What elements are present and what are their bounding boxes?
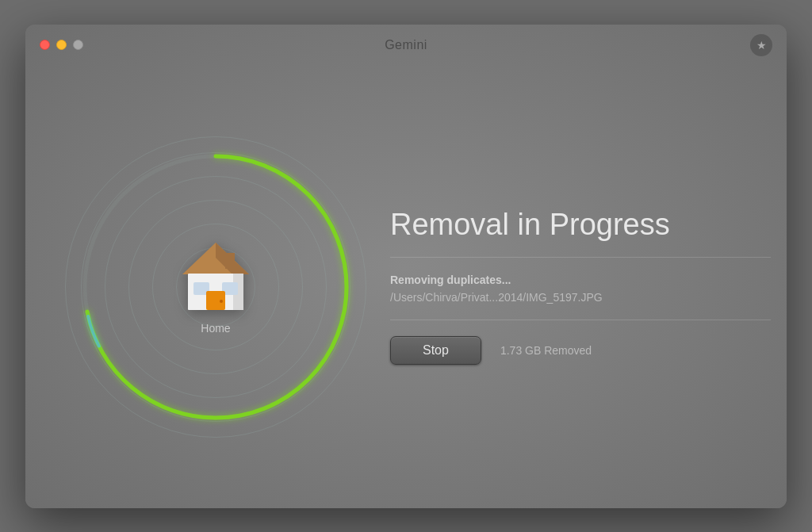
close-button[interactable] <box>40 40 50 50</box>
house-icon <box>176 239 255 314</box>
svg-point-11 <box>220 300 223 303</box>
main-content: Home Removal in Progress Removing duplic… <box>25 66 787 508</box>
star-icon: ★ <box>756 39 767 52</box>
svg-rect-5 <box>225 253 235 269</box>
maximize-button[interactable] <box>73 40 83 50</box>
traffic-lights <box>40 40 83 50</box>
minimize-button[interactable] <box>56 40 67 50</box>
separator-1 <box>390 257 771 258</box>
removed-label: 1.73 GB Removed <box>500 344 592 357</box>
separator-2 <box>390 320 771 320</box>
removing-label: Removing duplicates... <box>390 274 771 286</box>
right-panel: Removal in Progress Removing duplicates.… <box>374 193 787 381</box>
stop-button[interactable]: Stop <box>390 336 481 365</box>
removal-title: Removal in Progress <box>390 209 771 242</box>
star-button[interactable]: ★ <box>750 34 772 56</box>
action-row: Stop 1.73 GB Removed <box>390 336 771 365</box>
house-label: Home <box>201 322 230 335</box>
app-window: Gemini ★ <box>25 25 787 508</box>
titlebar: Gemini ★ <box>25 25 787 66</box>
app-title: Gemini <box>385 38 427 52</box>
file-path: /Users/Chirva/Privat...2014/IMG_5197.JPG <box>390 291 771 304</box>
house-container: Home <box>65 136 366 438</box>
